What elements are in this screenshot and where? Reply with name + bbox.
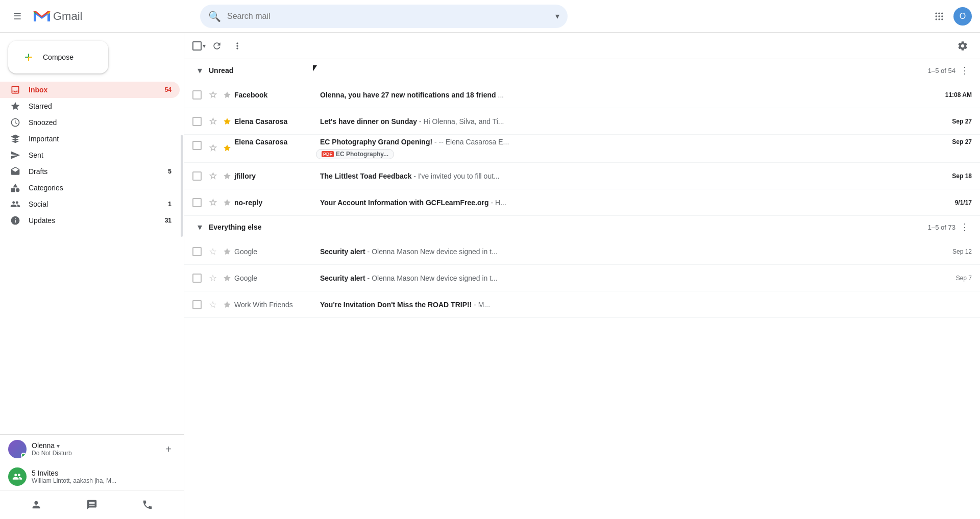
invites-count: 5 Invites <box>32 469 176 477</box>
email-important[interactable] <box>220 169 234 183</box>
email-row[interactable]: ☆ jfillory The Littlest Toad Feedback - … <box>184 163 980 189</box>
email-row[interactable]: ☆ Facebook Olenna, you have 27 new notif… <box>184 82 980 108</box>
star-icon <box>10 101 20 111</box>
email-preview: - H... <box>491 199 506 207</box>
everything-else-section-title: Everything else <box>209 223 262 231</box>
header: ☰ Gmail 🔍 ▾ <box>0 0 980 33</box>
search-bar[interactable]: 🔍 ▾ <box>200 5 568 28</box>
user-row[interactable]: Olenna ▾ Do Not Disturb + <box>0 435 184 463</box>
email-row[interactable]: ☆ Work With Friends You're Invitation Do… <box>184 291 980 318</box>
sidebar-item-important[interactable]: Important <box>0 131 180 147</box>
refresh-button[interactable] <box>208 37 226 55</box>
everything-else-collapse-button[interactable]: ▾ <box>192 220 207 234</box>
email-checkbox[interactable] <box>192 141 202 150</box>
email-row[interactable]: ☆ Elena Casarosa EC Photography Grand Op… <box>184 135 980 163</box>
email-star[interactable]: ☆ <box>206 298 220 312</box>
layout: Compose Inbox 54 Starred Snoozed <box>0 33 980 519</box>
email-important[interactable] <box>220 141 234 155</box>
add-account-button[interactable]: + <box>161 442 176 456</box>
contacts-button[interactable] <box>26 495 46 515</box>
svg-rect-16 <box>11 188 15 192</box>
email-important[interactable] <box>220 244 234 259</box>
chat-button[interactable] <box>82 495 102 515</box>
email-star[interactable]: ☆ <box>206 114 220 129</box>
email-subject-preview: The Littlest Toad Feedback - I've invite… <box>320 172 948 180</box>
search-dropdown-icon[interactable]: ▾ <box>555 11 559 21</box>
compose-label: Compose <box>43 53 74 61</box>
email-star[interactable]: ☆ <box>206 271 220 285</box>
compose-plus-icon <box>20 49 37 65</box>
sidebar-item-sent[interactable]: Sent <box>0 147 180 163</box>
email-checkbox[interactable] <box>192 117 202 126</box>
email-star[interactable]: ☆ <box>206 169 220 183</box>
email-row[interactable]: ☆ Google Security alert - Olenna Mason N… <box>184 265 980 291</box>
email-important[interactable] <box>220 298 234 312</box>
email-important[interactable] <box>220 271 234 285</box>
sidebar-item-snoozed[interactable]: Snoozed <box>0 114 180 131</box>
email-checkbox[interactable] <box>192 198 202 207</box>
email-checkbox[interactable] <box>192 171 202 181</box>
email-sender: no-reply <box>234 199 316 207</box>
select-all-checkbox[interactable] <box>192 41 202 51</box>
email-star[interactable]: ☆ <box>206 88 220 102</box>
email-important[interactable] <box>220 114 234 129</box>
email-checkbox[interactable] <box>192 247 202 256</box>
email-star[interactable]: ☆ <box>206 141 220 155</box>
email-checkbox[interactable] <box>192 300 202 309</box>
user-avatar-header[interactable]: O <box>953 7 972 26</box>
email-list: ▾ Unread 1–5 of 54 ⋮ ☆ Facebook Olenna, … <box>184 59 980 519</box>
email-sender: Google <box>234 274 316 282</box>
email-time: 11:08 AM <box>945 91 972 98</box>
updates-icon <box>10 215 20 226</box>
everything-else-section-header: ▾ Everything else 1–5 of 73 ⋮ <box>184 216 980 238</box>
email-time: 9/1/17 <box>955 199 972 206</box>
settings-button[interactable] <box>953 37 972 55</box>
drafts-label: Drafts <box>29 167 168 176</box>
sidebar-item-starred[interactable]: Starred <box>0 98 180 114</box>
email-subject: Olenna, you have 27 new notifications an… <box>320 91 496 99</box>
invites-avatar <box>8 467 27 486</box>
invites-row[interactable]: 5 Invites William Lintott, aakash jha, M… <box>0 463 184 490</box>
sidebar-item-drafts[interactable]: Drafts 5 <box>0 163 180 180</box>
sidebar-item-inbox[interactable]: Inbox 54 <box>0 82 180 98</box>
header-left: ☰ Gmail <box>8 7 192 26</box>
email-subject-preview: EC Photography Grand Opening! - -- Elena… <box>320 138 948 146</box>
more-options-button[interactable] <box>228 37 247 55</box>
search-input[interactable] <box>227 12 555 21</box>
email-row[interactable]: ☆ no-reply Your Account Information with… <box>184 189 980 216</box>
unread-section-more-button[interactable]: ⋮ <box>958 63 972 78</box>
phone-button[interactable] <box>137 495 158 515</box>
user-name: Olenna ▾ <box>32 441 156 450</box>
online-status-dot <box>21 453 26 458</box>
search-icon: 🔍 <box>208 10 221 22</box>
email-star[interactable]: ☆ <box>206 244 220 259</box>
gmail-m-icon <box>33 7 51 26</box>
apps-icon <box>934 11 944 21</box>
important-label: Important <box>29 135 172 143</box>
sidebar-scrollbar[interactable] <box>181 135 183 237</box>
unread-collapse-button[interactable]: ▾ <box>192 63 207 78</box>
sidebar-item-social[interactable]: Social 1 <box>0 196 180 212</box>
sidebar-item-categories[interactable]: Categories <box>0 180 180 196</box>
toolbar-left: ▾ <box>192 37 247 55</box>
email-important[interactable] <box>220 88 234 102</box>
bottom-icons-row <box>0 490 184 519</box>
compose-button[interactable]: Compose <box>8 41 108 73</box>
email-sender: jfillory <box>234 172 316 180</box>
apps-button[interactable] <box>929 6 949 27</box>
email-checkbox[interactable] <box>192 274 202 283</box>
sidebar-item-updates[interactable]: Updates 31 <box>0 212 180 229</box>
email-row[interactable]: ☆ Google Security alert - Olenna Mason N… <box>184 238 980 265</box>
email-star[interactable]: ☆ <box>206 195 220 210</box>
email-important[interactable] <box>220 195 234 210</box>
select-all-container: ▾ <box>192 41 206 51</box>
attachment-chip[interactable]: PDF EC Photography... <box>316 149 394 159</box>
email-time: Sep 27 <box>952 118 972 125</box>
everything-else-more-button[interactable]: ⋮ <box>958 220 972 234</box>
email-row[interactable]: ☆ Elena Casarosa Let's have dinner on Su… <box>184 108 980 135</box>
svg-marker-21 <box>224 199 230 206</box>
select-dropdown-icon[interactable]: ▾ <box>203 42 206 50</box>
menu-icon[interactable]: ☰ <box>8 7 27 26</box>
email-checkbox[interactable] <box>192 90 202 100</box>
email-subject: Security alert <box>320 274 365 282</box>
